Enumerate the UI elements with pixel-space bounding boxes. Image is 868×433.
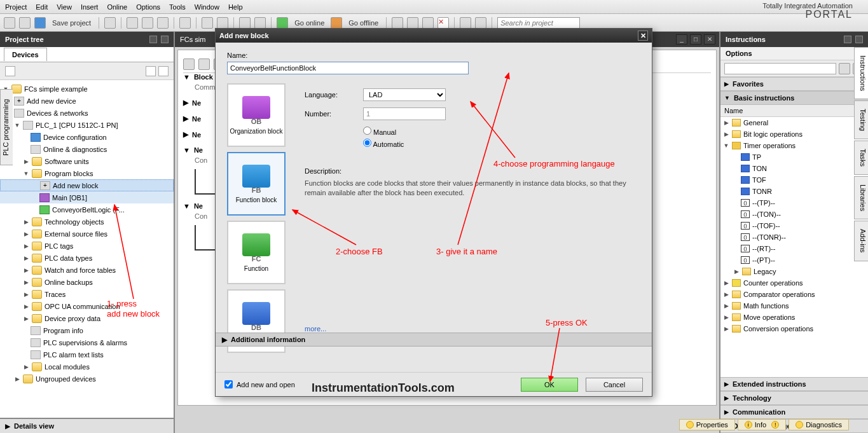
- tree-online-diag[interactable]: Online & diagnostics: [0, 143, 174, 155]
- pt-collapse-icon[interactable]: [161, 36, 169, 43]
- menu-window[interactable]: Window: [195, 3, 219, 11]
- menu-project[interactable]: Project: [5, 3, 27, 11]
- dialog-titlebar[interactable]: Add new block ✕: [216, 29, 652, 43]
- tree-traces[interactable]: ▶Traces: [0, 288, 174, 300]
- instr-timer[interactable]: ▼Timer operations: [720, 140, 868, 151]
- add-and-open-checkbox[interactable]: Add new and open: [224, 380, 295, 388]
- menu-help[interactable]: Help: [228, 3, 243, 11]
- vtab-tasks[interactable]: Tasks: [854, 141, 868, 175]
- instr-tp[interactable]: TP: [720, 151, 868, 163]
- tb-icon-e[interactable]: [475, 17, 486, 29]
- vtab-libraries[interactable]: Libraries: [854, 176, 868, 219]
- tb-icon-d[interactable]: [460, 17, 471, 29]
- new-project-icon[interactable]: [4, 17, 15, 29]
- pt-pin-icon[interactable]: [149, 36, 157, 43]
- search-project-input[interactable]: [497, 17, 580, 29]
- section-technology[interactable]: ▶Technology: [720, 391, 868, 405]
- delete-icon[interactable]: [179, 17, 191, 29]
- tb-icon-a[interactable]: [392, 17, 403, 29]
- instr-view1-icon[interactable]: [839, 63, 850, 74]
- copy-icon[interactable]: [142, 17, 153, 29]
- tree-add-new-block[interactable]: +Add new block: [0, 179, 174, 191]
- instr-ntp[interactable]: ()--(TP)--: [720, 197, 868, 209]
- tree-tool-icon[interactable]: [5, 66, 15, 76]
- save-icon[interactable]: [34, 17, 46, 29]
- block-type-fb[interactable]: FBFunction block: [227, 152, 286, 216]
- tree-ext-src[interactable]: ▶External source files: [0, 228, 174, 240]
- tb-icon-b[interactable]: [407, 17, 418, 29]
- open-project-icon[interactable]: [19, 17, 31, 29]
- instr-move[interactable]: ▶Move operations: [720, 312, 868, 323]
- tree-plc-dtypes[interactable]: ▶PLC data types: [0, 252, 174, 264]
- paste-icon[interactable]: [157, 17, 169, 29]
- go-online-icon[interactable]: [277, 17, 288, 29]
- block-type-ob[interactable]: OBOrganization block: [227, 83, 286, 147]
- ed-icon[interactable]: [198, 58, 210, 70]
- tab-diagnostics[interactable]: Diagnostics: [789, 419, 849, 430]
- cancel-button[interactable]: Cancel: [586, 378, 643, 392]
- tree-view1-icon[interactable]: [146, 66, 156, 76]
- tab-properties[interactable]: Properties: [679, 419, 735, 430]
- win-max-icon[interactable]: □: [690, 34, 701, 45]
- tree-conveyor-fc[interactable]: ConveyorBeltLogic (F...: [0, 203, 174, 216]
- instr-comparator[interactable]: ▶Comparator operations: [720, 289, 868, 300]
- redo-icon[interactable]: [217, 17, 228, 29]
- vtab-addins[interactable]: Add-ins: [854, 221, 868, 261]
- dialog-close-icon[interactable]: ✕: [638, 31, 648, 41]
- tree-root[interactable]: ▼FCs simple example: [0, 83, 174, 95]
- print-icon[interactable]: [104, 17, 116, 29]
- tab-info[interactable]: iInfo!: [738, 419, 786, 430]
- tree-alarm-lists[interactable]: PLC alarm text lists: [0, 348, 174, 361]
- menu-online[interactable]: Online: [107, 3, 127, 11]
- tree-add-device[interactable]: +Add new device: [0, 95, 174, 107]
- tree-backups[interactable]: ▶Online backups: [0, 276, 174, 288]
- go-offline-label[interactable]: Go offline: [346, 19, 381, 27]
- instr-npt[interactable]: ()--(PT)--: [720, 254, 868, 266]
- instr-search-input[interactable]: [724, 63, 836, 74]
- tree-plc-tags[interactable]: ▶PLC tags: [0, 240, 174, 252]
- details-view-header[interactable]: ▶Details view: [0, 418, 174, 433]
- instr-legacy[interactable]: ▶Legacy: [720, 266, 868, 277]
- ed-icon[interactable]: [183, 58, 195, 70]
- instruction-list[interactable]: Name... ▶General ▶Bit logic operations ▼…: [720, 105, 868, 377]
- tree-sw-units[interactable]: ▶Software units: [0, 155, 174, 167]
- project-tree[interactable]: ▼FCs simple example +Add new device Devi…: [0, 80, 174, 418]
- instr-ntof[interactable]: ()--(TOF)--: [720, 220, 868, 231]
- tree-view2-icon[interactable]: [158, 66, 169, 76]
- win-close-icon[interactable]: ✕: [704, 34, 715, 45]
- ok-button[interactable]: OK: [521, 378, 578, 392]
- instr-bitlogic[interactable]: ▶Bit logic operations: [720, 128, 868, 140]
- save-project-label[interactable]: Save project: [50, 19, 93, 27]
- tree-program-blocks[interactable]: ▼Program blocks: [0, 167, 174, 179]
- go-online-label[interactable]: Go online: [292, 19, 327, 27]
- instr-tof[interactable]: TOF: [720, 174, 868, 186]
- menu-edit[interactable]: Edit: [36, 3, 48, 11]
- tab-devices[interactable]: Devices: [4, 48, 47, 61]
- block-type-fc[interactable]: FCFunction: [227, 221, 286, 284]
- section-basic[interactable]: ▼Basic instructions: [720, 91, 868, 105]
- instr-collapse-icon[interactable]: [855, 36, 863, 43]
- section-favorites[interactable]: ▶Favorites: [720, 77, 868, 91]
- tb-icon-x[interactable]: ✕: [437, 17, 449, 29]
- tb-icon-c[interactable]: [422, 17, 434, 29]
- tree-opc[interactable]: ▶OPC UA communication: [0, 300, 174, 312]
- tree-dev-networks[interactable]: Devices & networks: [0, 107, 174, 119]
- instr-pin-icon[interactable]: [844, 36, 851, 43]
- menu-view[interactable]: View: [57, 3, 72, 11]
- go-offline-icon[interactable]: [331, 17, 342, 29]
- tree-supervisions[interactable]: PLC supervisions & alarms: [0, 336, 174, 348]
- instr-nton[interactable]: ()--(TON)--: [720, 209, 868, 220]
- tree-watch[interactable]: ▶Watch and force tables: [0, 264, 174, 276]
- instr-counter[interactable]: ▶Counter operations: [720, 277, 868, 289]
- instr-ton[interactable]: TON: [720, 163, 868, 174]
- instr-ntonr[interactable]: ()--(TONR)--: [720, 231, 868, 243]
- tree-proxy[interactable]: ▶Device proxy data: [0, 312, 174, 324]
- tree-tech-objects[interactable]: ▶Technology objects: [0, 216, 174, 228]
- menu-tools[interactable]: Tools: [169, 3, 186, 11]
- radio-automatic[interactable]: Automatic: [363, 139, 640, 148]
- tree-dev-config[interactable]: Device configuration: [0, 131, 174, 143]
- instr-nrt[interactable]: ()--(RT)--: [720, 243, 868, 254]
- cut-icon[interactable]: [127, 17, 138, 29]
- tree-plc[interactable]: ▼PLC_1 [CPU 1512C-1 PN]: [0, 119, 174, 131]
- upload-icon[interactable]: [254, 17, 266, 29]
